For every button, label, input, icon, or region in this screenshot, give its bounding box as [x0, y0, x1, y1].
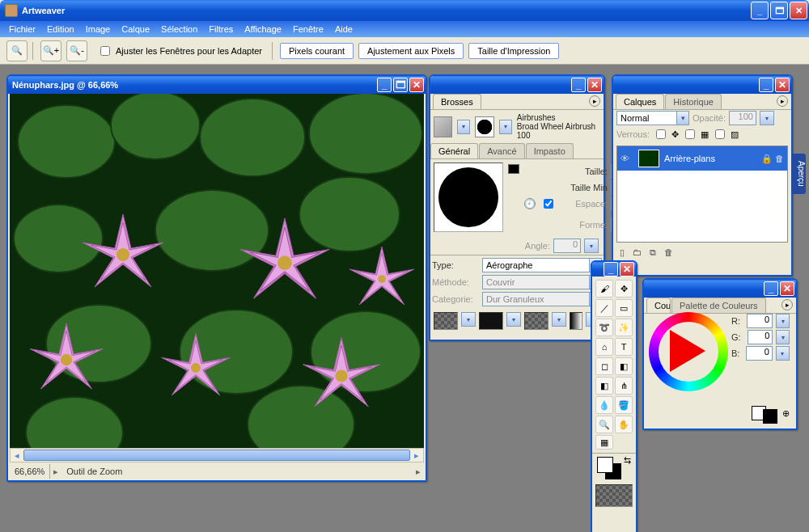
taille-impression-button[interactable]: Taille d'Impression [468, 43, 559, 59]
layers-titlebar[interactable]: _ ✕ [613, 76, 791, 94]
menu-filtres[interactable]: Filtres [203, 23, 239, 36]
brushes-tab[interactable]: Brosses [433, 94, 481, 109]
visibility-icon[interactable]: 👁 [621, 154, 633, 163]
document-titlebar[interactable]: Nénuphars.jpg @ 66,66% _ 🗖 ✕ [8, 76, 426, 94]
layers-close-button[interactable]: ✕ [775, 78, 790, 92]
texture-2-dropdown[interactable]: ▾ [552, 312, 566, 327]
color-close-button[interactable]: ✕ [780, 281, 794, 296]
zoom-in-button[interactable]: 🔍+ [40, 40, 61, 61]
scroll-left-arrow[interactable]: ◂ [11, 449, 23, 462]
brushes-titlebar[interactable]: _ ✕ [430, 76, 604, 94]
color-minimize-button[interactable]: _ [764, 281, 778, 296]
g-input[interactable]: 0 [748, 330, 773, 344]
gradient-tool[interactable]: ◧ [615, 357, 633, 375]
gradient-button[interactable] [570, 312, 582, 330]
lock-all-check[interactable] [656, 129, 666, 139]
pattern-dropdown[interactable]: ▾ [506, 312, 521, 327]
brush-tip-dropdown[interactable]: ▾ [499, 120, 512, 134]
select-tool[interactable]: ▭ [615, 299, 633, 317]
layers-panel-menu[interactable]: ▸ [777, 95, 788, 107]
brush-family-icon[interactable] [434, 116, 452, 137]
hand-tool[interactable]: ✋ [615, 416, 633, 433]
eraser-tool[interactable]: ◧ [595, 377, 613, 395]
menu-aide[interactable]: Aide [329, 23, 358, 36]
color-bg-swatch[interactable] [763, 409, 777, 424]
fit-windows-checkbox[interactable]: Ajuster les Fenêtres pour les Adapter [97, 44, 262, 58]
doc-maximize-button[interactable]: 🗖 [393, 78, 408, 92]
new-layer-button[interactable]: ▯ [620, 247, 625, 258]
menu-calque[interactable]: Calque [116, 23, 155, 36]
color-triangle[interactable] [670, 330, 705, 372]
zoom-tool[interactable]: 🔍 [595, 416, 613, 433]
palette-tab[interactable]: Palette de Couleurs [671, 298, 766, 313]
app-maximize-button[interactable]: 🗖 [770, 2, 788, 19]
layer-thumbnail[interactable] [638, 150, 659, 167]
brush-tab-avance[interactable]: Avancé [479, 143, 525, 158]
brushes-minimize-button[interactable]: _ [571, 78, 586, 92]
delete-layer-button[interactable]: 🗑 [664, 247, 673, 258]
brush-tip-icon[interactable] [475, 116, 493, 137]
ajustement-pixels-button[interactable]: Ajustement aux Pixels [358, 43, 464, 59]
app-minimize-button[interactable]: _ [751, 2, 769, 19]
doc-minimize-button[interactable]: _ [377, 78, 392, 92]
new-folder-button[interactable]: 🗀 [633, 247, 642, 258]
blend-mode-combo[interactable]: Normal [616, 111, 689, 125]
brush-family-dropdown[interactable]: ▾ [457, 120, 470, 134]
perspective-tool[interactable]: ▦ [595, 435, 613, 450]
doc-horizontal-scrollbar[interactable]: ◂ ▸ [10, 448, 424, 462]
b-dropdown[interactable]: ▾ [776, 346, 790, 361]
line-tool[interactable]: ／ [595, 299, 613, 317]
scroll-right-arrow[interactable]: ▸ [410, 449, 423, 462]
espace-check[interactable] [544, 199, 553, 209]
brush-color-swatch[interactable] [508, 164, 519, 174]
eyedropper-tool[interactable]: 💧 [595, 396, 613, 414]
menu-selection[interactable]: Sélection [155, 23, 203, 36]
tools-close-button[interactable]: ✕ [620, 262, 634, 277]
menu-fichier[interactable]: Fichier [3, 23, 41, 36]
pixels-courant-button[interactable]: Pixels courant [280, 43, 354, 59]
text-tool[interactable]: T [615, 338, 633, 356]
zoom-tool-button[interactable]: 🔍 [6, 40, 28, 61]
b-input[interactable]: 0 [746, 346, 773, 361]
pattern-button[interactable] [479, 312, 503, 330]
brushes-close-button[interactable]: ✕ [587, 78, 602, 92]
stamp-tool[interactable]: ⋔ [615, 377, 633, 395]
tools-minimize-button[interactable]: _ [604, 262, 618, 277]
menu-fenetre[interactable]: Fenêtre [287, 23, 329, 36]
type-combo[interactable]: Aérographe [482, 258, 602, 272]
g-dropdown[interactable]: ▾ [776, 330, 790, 344]
tools-titlebar[interactable]: _ ✕ [592, 262, 636, 277]
zoom-menu-button[interactable]: ▸ [53, 467, 58, 477]
layer-list[interactable]: 👁 Arrière-plans 🔒 🗑 [616, 146, 788, 243]
brushes-panel-menu[interactable]: ▸ [589, 95, 600, 107]
texture-1-dropdown[interactable]: ▾ [461, 312, 476, 327]
zoom-out-button[interactable]: 🔍- [66, 40, 87, 61]
foreground-swatch[interactable] [597, 457, 613, 473]
history-tab[interactable]: Historique [665, 94, 722, 109]
lock-move-check[interactable] [685, 129, 695, 139]
doc-close-button[interactable]: ✕ [409, 78, 424, 92]
duplicate-layer-button[interactable]: ⧉ [650, 247, 656, 258]
layer-item[interactable]: 👁 Arrière-plans 🔒 🗑 [617, 146, 787, 171]
texture-2-button[interactable] [524, 312, 549, 330]
paper-texture-button[interactable] [595, 484, 633, 507]
color-tab[interactable]: Couleur [646, 298, 671, 313]
app-close-button[interactable]: ✕ [790, 2, 807, 19]
layers-minimize-button[interactable]: _ [759, 78, 773, 92]
brush-tab-general[interactable]: Général [430, 143, 478, 158]
texture-1-button[interactable] [434, 312, 458, 330]
lock-paint-check[interactable] [715, 129, 725, 139]
r-input[interactable]: 0 [747, 314, 773, 328]
lasso-tool[interactable]: ➰ [595, 319, 613, 336]
layers-tab[interactable]: Calques [616, 94, 664, 109]
brush-tab-impasto[interactable]: Impasto [526, 143, 574, 158]
crop-tool[interactable]: ⌂ [595, 338, 613, 356]
r-dropdown[interactable]: ▾ [776, 314, 790, 328]
menu-image[interactable]: Image [80, 23, 116, 36]
fit-windows-check-input[interactable] [100, 46, 110, 56]
move-tool[interactable]: ✥ [615, 280, 633, 298]
add-to-palette-icon[interactable]: ⊕ [782, 408, 790, 419]
menu-affichage[interactable]: Affichage [239, 23, 287, 36]
swap-colors-icon[interactable]: ⇆ [624, 455, 631, 466]
fill-tool[interactable]: 🪣 [615, 396, 633, 414]
